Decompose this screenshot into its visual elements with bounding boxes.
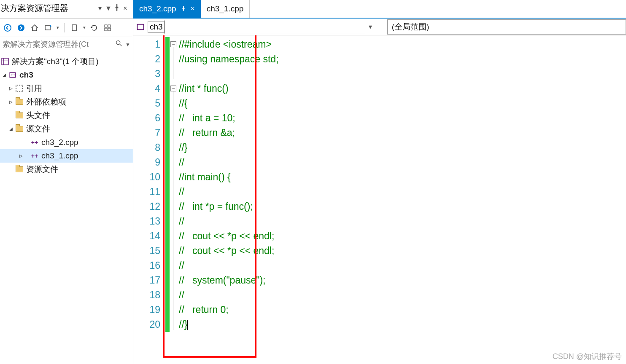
line-number-gutter: 1234567891011121314151617181920 (133, 37, 165, 332)
folder-icon (15, 165, 24, 174)
pin-icon[interactable] (113, 3, 121, 13)
project-label: ch3 (19, 69, 33, 81)
tab-bar: ch3_2.cpp × ch3_1.cpp (133, 0, 626, 19)
search-input[interactable] (3, 40, 115, 49)
panel-menu-caret-icon[interactable]: ▾ (96, 4, 104, 12)
close-icon[interactable]: × (191, 5, 195, 13)
svg-point-8 (116, 41, 120, 45)
expand-icon[interactable]: ▷ (8, 82, 14, 95)
svg-rect-6 (105, 28, 107, 31)
close-icon[interactable]: × (121, 5, 130, 12)
search-drop-icon[interactable]: ▼ (125, 42, 130, 48)
type-combo[interactable] (165, 20, 366, 34)
member-label: (全局范围) (392, 21, 429, 32)
project-icon: ++ (8, 71, 17, 79)
file-label: ch3_2.cpp (41, 136, 78, 149)
sources-node[interactable]: ◢ 源文件 (0, 122, 133, 136)
solution-tree: 解决方案"ch3"(1 个项目) ◢ ++ ch3 ▷ 引用 ▷ 外部依赖项 头… (0, 52, 133, 179)
refresh-icon[interactable] (89, 23, 99, 33)
panel-options-icon[interactable]: ▼ (104, 5, 113, 12)
svg-rect-7 (108, 28, 111, 31)
folder-icon (15, 98, 24, 106)
external-label: 外部依赖项 (26, 96, 66, 108)
tab-inactive[interactable]: ch3_1.cpp (201, 0, 250, 18)
code-text[interactable]: //#include <iostream> //using namespace … (179, 37, 626, 332)
svg-text:++: ++ (11, 73, 16, 77)
forward-icon[interactable] (16, 23, 26, 33)
folder-icon (15, 125, 24, 133)
expand-icon[interactable]: ◢ (8, 123, 14, 135)
panel-search: ▼ (0, 37, 133, 52)
external-node[interactable]: ▷ 外部依赖项 (0, 95, 133, 109)
cpp-file-icon: ++ (30, 138, 39, 147)
references-label: 引用 (26, 82, 42, 95)
solution-icon (1, 57, 9, 66)
solution-label: 解决方案"ch3"(1 个项目) (12, 55, 99, 68)
headers-node[interactable]: 头文件 (0, 109, 133, 122)
watermark: CSDN @知识推荐号 (553, 351, 622, 361)
headers-label: 头文件 (26, 109, 50, 122)
expand-icon[interactable]: ▷ (8, 96, 14, 108)
folder-icon (15, 111, 24, 120)
svg-rect-5 (108, 25, 111, 27)
scope-combo[interactable]: ch3 (148, 21, 165, 33)
svg-rect-4 (105, 25, 107, 27)
cpp-file-icon: ++ (30, 152, 39, 160)
home-icon[interactable] (30, 23, 40, 33)
file-label: ch3_1.cpp (41, 150, 78, 162)
member-combo[interactable]: (全局范围) (387, 19, 626, 35)
change-indicator-bar (165, 37, 170, 332)
fold-toggle-icon[interactable]: − (170, 41, 176, 47)
references-node[interactable]: ▷ 引用 (0, 82, 133, 95)
file-node[interactable]: ++ ch3_2.cpp (0, 136, 133, 149)
resources-label: 资源文件 (26, 163, 58, 176)
tab-active[interactable]: ch3_2.cpp × (133, 0, 201, 18)
resources-node[interactable]: 资源文件 (0, 163, 133, 176)
solution-node[interactable]: 解决方案"ch3"(1 个项目) (0, 55, 133, 68)
code-area[interactable]: 1234567891011121314151617181920 −− //#in… (133, 35, 626, 364)
svg-point-0 (4, 24, 11, 31)
expand-icon[interactable]: ◢ (1, 69, 8, 81)
solution-explorer-panel: 决方案资源管理器 ▾ ▼ × ▾ ▾ ▼ 解决方案"ch3"(1 个项目) ◢ … (0, 0, 133, 364)
file-node-selected[interactable]: ▷ ++ ch3_1.cpp (0, 149, 133, 163)
tab-label: ch3_2.cpp (139, 4, 176, 13)
search-icon[interactable] (115, 40, 123, 49)
editor-area: ch3_2.cpp × ch3_1.cpp ch3 ▾ (全局范围) 12345… (133, 0, 626, 364)
svg-point-1 (18, 24, 24, 31)
svg-rect-3 (72, 25, 76, 31)
svg-rect-9 (2, 58, 8, 65)
fold-column: −− (170, 37, 179, 332)
reference-icon (15, 84, 24, 93)
expand-icon[interactable]: ▷ (18, 150, 24, 162)
collapse-all-icon[interactable] (103, 23, 113, 33)
panel-header: 决方案资源管理器 ▾ ▼ × (0, 0, 133, 19)
back-icon[interactable] (3, 23, 13, 33)
nav-strip: ch3 ▾ (全局范围) (133, 19, 626, 35)
pin-icon[interactable] (181, 5, 186, 13)
toolbar-separator (64, 23, 65, 32)
panel-toolbar: ▾ ▾ (0, 19, 133, 37)
project-node[interactable]: ◢ ++ ch3 (0, 68, 133, 82)
tab-label: ch3_1.cpp (207, 4, 244, 13)
svg-rect-2 (45, 26, 50, 30)
new-file-icon[interactable] (70, 23, 80, 33)
svg-rect-12 (138, 24, 144, 29)
project-context-icon[interactable] (135, 22, 146, 32)
panel-title: 决方案资源管理器 (1, 3, 96, 14)
sources-label: 源文件 (26, 123, 50, 135)
dropdown-icon[interactable]: ▾ (366, 23, 375, 31)
sync-icon[interactable] (43, 23, 53, 33)
fold-toggle-icon[interactable]: − (170, 86, 176, 91)
